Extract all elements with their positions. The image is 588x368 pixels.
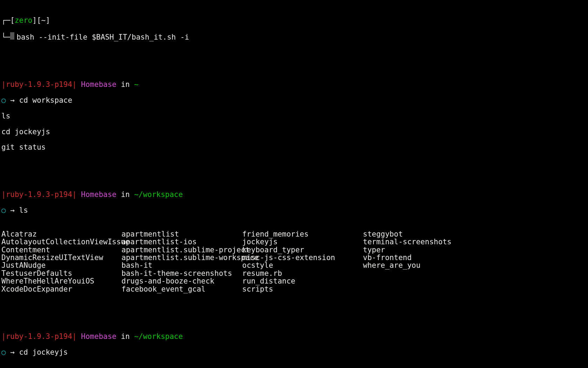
cwd: ~ [134,80,139,89]
ls-item: bash-it-theme-screenshots [121,270,242,277]
ls-item [363,277,587,285]
prompt-line: |ruby-1.9.3-p194| Homebase in ~/workspac… [1,333,587,340]
bracket: ][ [33,16,41,25]
ls-item: scripts [242,285,363,293]
blank-line [1,159,587,167]
ls-item [363,285,587,293]
ls-item: jockeyjs [242,238,363,246]
ls-item: where_are_you [363,261,587,269]
blank-line [1,301,587,309]
ls-item: keyboard_typer [242,246,363,254]
cwd: ~/workspace [134,190,183,199]
ls-item: JustANudge [1,261,121,269]
hostname: Homebase [77,332,117,341]
ls-item: terminal-screenshots [363,238,587,246]
ruby-version: |ruby-1.9.3-p194| [1,80,77,89]
hostname: Homebase [77,80,117,89]
ls-item: TestuserDefaults [1,270,121,277]
hostname: Homebase [77,190,117,199]
ls-item: Alcatraz [1,230,121,238]
command-line[interactable]: ○ → cd jockeyjs [1,348,587,356]
ls-item: apartmentlist.sublime-project [121,246,242,254]
blank-line [1,364,587,368]
ls-item: misc-js-css-extension [242,254,363,261]
command-line[interactable]: ○ → ls [1,206,587,214]
zsh-header-line1: ┌─[zero][~] [1,16,587,24]
ls-item: steggybot [363,230,587,238]
in-word: in [117,80,134,89]
ls-item [363,270,587,277]
ls-item: apartmentlist [121,230,242,238]
ls-item: resume.rb [242,270,363,277]
username: zero [15,16,33,25]
history-line: git status [1,143,587,151]
cwd: ~/workspace [134,332,183,341]
circle-icon: ○ [1,348,6,356]
circle-icon: ○ [1,96,6,104]
ruby-version: |ruby-1.9.3-p194| [1,190,77,199]
in-word: in [117,332,134,341]
prompt-line: |ruby-1.9.3-p194| Homebase in ~ [1,81,587,88]
home-path: ~ [41,16,46,25]
ls-item: run_distance [242,277,363,285]
ls-item: typer [363,246,587,254]
zsh-header-line2: └─bash --init-file $BASH_IT/bash_it.sh -… [1,32,587,41]
blank-line [1,49,587,57]
command-text: ls [19,206,28,214]
bracket-close: ] [46,16,50,25]
history-line: cd jockeyjs [1,128,587,136]
ls-item: apartmentlist-ios [121,238,242,246]
ls-item: apartmentlist.sublime-workspace [121,254,242,261]
in-word: in [117,190,134,199]
ls-item: friend_memories [242,230,363,238]
command-text: bash --init-file $BASH_IT/bash_it.sh -i [16,33,189,41]
ls-item: ocstyle [242,261,363,269]
command-line[interactable]: ○ → cd workspace [1,96,587,104]
ls-item: WhereTheHellAreYouiOS [1,277,121,285]
ls-item: vb-frontend [363,254,587,261]
circle-icon: ○ [1,206,6,214]
prompt-box-icon [10,32,14,40]
history-line: ls [1,112,587,120]
ruby-version: |ruby-1.9.3-p194| [1,332,77,341]
ls-item: Contentment [1,246,121,254]
arrow-icon: → [6,348,19,356]
corner-icon: └─ [1,33,10,41]
ls-output: Alcatrazapartmentlistfriend_memoriessteg… [1,230,587,293]
arrow-icon: → [6,96,19,104]
command-text: cd workspace [19,96,72,104]
ls-item: AutolayoutCollectionViewIssue [1,238,121,246]
ls-item: DynamicResizeUITextView [1,254,121,261]
terminal[interactable]: ┌─[zero][~] └─bash --init-file $BASH_IT/… [0,0,588,368]
corner-icon: ┌─[ [1,16,15,25]
ls-item: facebook_event_gcal [121,285,242,293]
prompt-line: |ruby-1.9.3-p194| Homebase in ~/workspac… [1,191,587,198]
ls-item: XcodeDocExpander [1,285,121,293]
ls-item: bash-it [121,261,242,269]
arrow-icon: → [6,206,19,214]
command-text: cd jockeyjs [19,348,68,356]
ls-item: drugs-and-booze-check [121,277,242,285]
